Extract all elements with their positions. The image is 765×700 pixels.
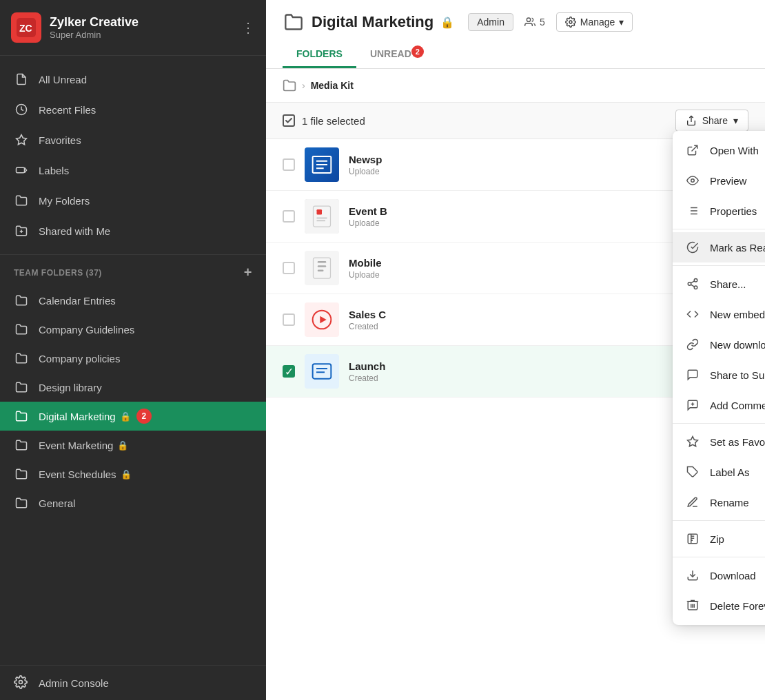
context-menu-new-download-link[interactable]: New download link xyxy=(673,329,765,360)
folder-label: Digital Marketing xyxy=(39,411,116,422)
folder-icon xyxy=(14,380,29,395)
ctx-divider xyxy=(673,229,765,229)
context-menu: Open With › Preview Properties xyxy=(673,131,765,625)
sidebar-item-labels[interactable]: Labels xyxy=(0,155,266,185)
unread-tab-badge: 2 xyxy=(411,45,424,58)
ctx-item-label: Preview xyxy=(710,175,746,187)
sidebar-item-design-library[interactable]: Design library xyxy=(0,373,266,402)
admin-console-button[interactable]: Admin Console xyxy=(0,665,266,700)
sidebar-item-my-folders[interactable]: My Folders xyxy=(0,185,266,216)
ctx-item-label: Share... xyxy=(710,278,746,290)
file-checkbox[interactable] xyxy=(283,158,295,171)
org-name: Zylker Creative xyxy=(50,15,139,30)
share-icon xyxy=(685,276,700,291)
file-checkbox[interactable] xyxy=(283,210,295,223)
sidebar-item-label: Labels xyxy=(39,165,69,176)
sidebar-item-label: Shared with Me xyxy=(39,225,110,237)
context-menu-share[interactable]: Share... › xyxy=(673,269,765,299)
manage-button[interactable]: Manage ▾ xyxy=(556,12,633,32)
folder-title-icon xyxy=(283,11,305,33)
context-menu-rename[interactable]: Rename xyxy=(673,487,765,517)
sidebar-item-digital-marketing[interactable]: Digital Marketing 🔒 2 xyxy=(0,402,266,431)
file-thumbnail xyxy=(305,147,339,182)
svg-rect-19 xyxy=(314,258,331,278)
sidebar-item-calendar-entries[interactable]: Calendar Entries xyxy=(0,286,266,315)
sidebar-item-shared-with-me[interactable]: Shared with Me xyxy=(0,216,266,246)
context-menu-zip[interactable]: Zip xyxy=(673,524,765,554)
file-thumbnail xyxy=(305,354,339,389)
manage-label: Manage xyxy=(580,17,615,28)
context-menu-mark-as-ready[interactable]: Mark as Ready xyxy=(673,232,765,262)
file-checkbox[interactable]: ✓ xyxy=(283,365,295,378)
share-label: Share xyxy=(702,115,728,126)
main-content: Digital Marketing 🔒 Admin 5 xyxy=(266,0,765,700)
ctx-item-label: Add Comment... xyxy=(710,400,765,411)
share-chevron-icon: ▾ xyxy=(733,115,738,126)
star-icon xyxy=(685,434,700,449)
org-info: Zylker Creative Super Admin xyxy=(50,15,139,41)
ctx-divider xyxy=(673,520,765,521)
ctx-item-label: Properties xyxy=(710,205,757,217)
sidebar-item-event-marketing[interactable]: Event Marketing 🔒 xyxy=(0,431,266,460)
context-menu-download[interactable]: Download xyxy=(673,560,765,590)
breadcrumb: › Media Kit xyxy=(266,69,765,102)
mark-ready-icon xyxy=(685,240,700,255)
add-folder-button[interactable]: + xyxy=(244,265,252,280)
embed-icon xyxy=(685,307,700,322)
file-checkbox[interactable] xyxy=(283,313,295,326)
users-count: 5 xyxy=(524,17,545,28)
svg-line-39 xyxy=(691,285,694,287)
svg-line-40 xyxy=(691,281,694,283)
rename-icon xyxy=(685,495,700,510)
context-menu-open-with[interactable]: Open With › xyxy=(673,135,765,165)
context-menu-preview[interactable]: Preview xyxy=(673,165,765,196)
sidebar-item-label: Favorites xyxy=(39,134,81,146)
folder-label: Event Marketing xyxy=(39,440,113,451)
folder-label: Event Schedules xyxy=(39,469,116,480)
svg-marker-3 xyxy=(17,135,27,145)
context-menu-properties[interactable]: Properties xyxy=(673,196,765,226)
select-all-checkbox[interactable] xyxy=(283,114,295,127)
ctx-item-label: Download xyxy=(710,570,756,581)
share-button[interactable]: Share ▾ xyxy=(675,110,748,132)
lock-icon: 🔒 xyxy=(440,16,454,29)
svg-rect-21 xyxy=(318,265,327,267)
context-menu-share-to-support[interactable]: Share to Support xyxy=(673,360,765,390)
sidebar-item-company-policies[interactable]: Company policies xyxy=(0,344,266,373)
support-icon xyxy=(685,367,700,382)
download-icon xyxy=(685,568,700,583)
svg-rect-25 xyxy=(313,364,332,378)
folder-label: Calendar Entries xyxy=(39,295,116,307)
context-menu-label-as[interactable]: Label As › xyxy=(673,457,765,487)
header-actions: Admin 5 Manage ▾ xyxy=(468,12,633,32)
context-menu-set-as-favorite[interactable]: Set as Favorite xyxy=(673,426,765,457)
context-menu-new-embed-code[interactable]: New embed code xyxy=(673,299,765,329)
star-icon xyxy=(14,132,29,147)
org-role: Super Admin xyxy=(50,30,139,40)
context-menu-delete-forever[interactable]: Delete Forever xyxy=(673,590,765,621)
svg-point-9 xyxy=(569,21,572,23)
lock-icon: 🔒 xyxy=(120,411,131,422)
file-checkbox[interactable] xyxy=(283,262,295,274)
team-folders-label: TEAM FOLDERS (37) xyxy=(14,268,102,278)
sidebar-item-all-unread[interactable]: All Unread xyxy=(0,64,266,94)
tab-unread[interactable]: UNREAD 2 xyxy=(356,41,425,68)
tab-folders[interactable]: FOLDERS xyxy=(283,41,356,68)
folder-icon xyxy=(14,438,29,453)
folder-icon xyxy=(14,409,29,424)
sidebar-item-general[interactable]: General xyxy=(0,488,266,517)
team-folders-list: Calendar Entries Company Guidelines Comp… xyxy=(0,286,266,665)
tabs: FOLDERS UNREAD 2 xyxy=(283,41,748,68)
sidebar-item-label: My Folders xyxy=(39,195,90,207)
context-menu-add-comment[interactable]: Add Comment... xyxy=(673,390,765,420)
sidebar-item-event-schedules[interactable]: Event Schedules 🔒 xyxy=(0,460,266,488)
sidebar-item-recent-files[interactable]: Recent Files xyxy=(0,94,266,125)
ctx-item-label: New download link xyxy=(710,339,765,351)
sidebar-item-company-guidelines[interactable]: Company Guidelines xyxy=(0,315,266,344)
more-options-button[interactable]: ⋮ xyxy=(241,19,255,36)
admin-badge-button[interactable]: Admin xyxy=(468,13,513,31)
file-selected-text: 1 file selected xyxy=(302,115,365,127)
sidebar-item-favorites[interactable]: Favorites xyxy=(0,125,266,155)
folder-label: Company policies xyxy=(39,353,120,364)
open-with-icon xyxy=(685,143,700,158)
